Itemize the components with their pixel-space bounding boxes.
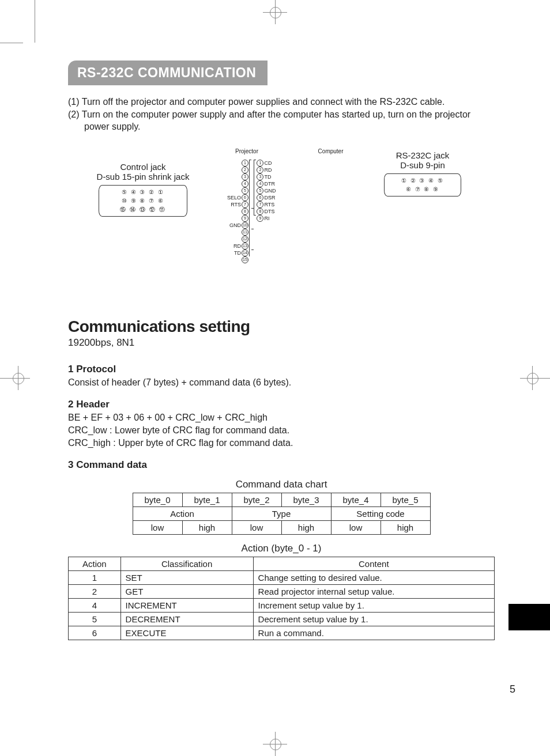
dsub15-connector-icon: ⑤ ④ ③ ② ①⑩ ⑨ ⑧ ⑦ ⑥⑮ ⑭ ⑬ ⑫ ⑪	[99, 185, 187, 217]
header-body: BE + EF + 03 + 06 + 00 + CRC_low + CRC_h…	[68, 411, 495, 449]
control-jack-label-2: D-sub 15-pin shrink jack	[91, 172, 195, 182]
command-data-heading: 3 Command data	[68, 459, 495, 471]
cmd-header-cell: byte_1	[182, 493, 232, 507]
projector-column-label: Projector	[224, 148, 270, 154]
control-jack-diagram: Control jack D-sub 15-pin shrink jack ⑤ …	[91, 162, 195, 217]
cmd-header-cell: byte_4	[331, 493, 381, 507]
registration-mark-icon	[269, 738, 281, 750]
cmd-lh-cell: low	[133, 521, 182, 535]
wiring-diagram: Projector Computer 11CD 22RD 33TD 44DTR …	[224, 150, 356, 264]
table-row: 2 GET Read projector internal setup valu…	[69, 585, 495, 599]
action-class-cell: DECREMENT	[120, 613, 253, 626]
rs232c-label-1: RS-232C jack	[374, 150, 472, 160]
header-body-line-2: CRC_low : Lower byte of CRC flag for com…	[68, 424, 495, 437]
crop-mark	[35, 0, 35, 43]
cmd-header-cell: byte_2	[232, 493, 281, 507]
action-content-cell: Increment setup value by 1.	[253, 599, 494, 613]
intro-line-2: (2) Turn on the computer power supply an…	[68, 108, 495, 133]
action-table-title: Action (byte_0 - 1)	[68, 543, 495, 554]
registration-mark-icon	[526, 372, 538, 384]
cmd-lh-cell: low	[331, 521, 381, 535]
crop-mark	[0, 43, 23, 43]
section-tab-marker	[508, 604, 550, 630]
control-jack-label-1: Control jack	[91, 162, 195, 172]
intro-text: (1) Turn off the projector and computer …	[68, 96, 495, 133]
connector-diagrams: Control jack D-sub 15-pin shrink jack ⑤ …	[68, 150, 495, 283]
table-row: 4 INCREMENT Increment setup value by 1.	[69, 599, 495, 613]
action-class-cell: GET	[120, 585, 253, 599]
rs232c-jack-diagram: RS-232C jack D-sub 9-pin ① ② ③ ④ ⑤⑥ ⑦ ⑧ …	[374, 150, 472, 196]
cmd-header-cell: byte_3	[281, 493, 331, 507]
action-code-cell: 4	[69, 599, 121, 613]
action-class-cell: EXECUTE	[120, 626, 253, 640]
page-content: RS-232C COMMUNICATION (1) Turn off the p…	[68, 61, 495, 640]
cmd-group-cell: Type	[232, 507, 331, 521]
rs232c-label-2: D-sub 9-pin	[374, 160, 472, 170]
protocol-heading: 1 Protocol	[68, 364, 495, 375]
action-content-cell: Change setting to desired value.	[253, 571, 494, 585]
page-number: 5	[510, 683, 515, 695]
table-row: 5 DECREMENT Decrement setup value by 1.	[69, 613, 495, 626]
cmd-group-cell: Setting code	[331, 507, 430, 521]
cmd-lh-cell: high	[381, 521, 430, 535]
cmd-header-cell: byte_0	[133, 493, 182, 507]
cmd-lh-cell: low	[232, 521, 281, 535]
action-code-cell: 2	[69, 585, 121, 599]
page: RS-232C COMMUNICATION (1) Turn off the p…	[0, 0, 550, 756]
cmd-header-cell: byte_5	[381, 493, 430, 507]
action-code-cell: 5	[69, 613, 121, 626]
action-class-cell: SET	[120, 571, 253, 585]
action-code-cell: 1	[69, 571, 121, 585]
registration-mark-icon	[12, 372, 24, 384]
header-heading: 2 Header	[68, 399, 495, 410]
header-body-line-1: BE + EF + 03 + 06 + 00 + CRC_low + CRC_h…	[68, 411, 495, 424]
table-row: 6 EXECUTE Run a command.	[69, 626, 495, 640]
command-data-chart-title: Command data chart	[68, 479, 495, 490]
page-title: RS-232C COMMUNICATION	[68, 61, 268, 85]
wiring-pin-table: 11CD 22RD 33TD 44DTR 55GND SELO66DSR RTS…	[224, 160, 356, 264]
action-head-cell: Action	[69, 557, 121, 571]
action-head-cell: Content	[253, 557, 494, 571]
protocol-body: Consist of header (7 bytes) + command da…	[68, 376, 495, 389]
action-table: Action Classification Content 1 SET Chan…	[68, 557, 495, 640]
registration-mark-icon	[269, 6, 281, 18]
action-content-cell: Run a command.	[253, 626, 494, 640]
command-data-chart-table: byte_0 byte_1 byte_2 byte_3 byte_4 byte_…	[133, 493, 431, 535]
cmd-lh-cell: high	[182, 521, 232, 535]
table-row: 1 SET Change setting to desired value.	[69, 571, 495, 585]
baud-settings: 19200bps, 8N1	[68, 337, 495, 349]
cmd-lh-cell: high	[281, 521, 331, 535]
computer-column-label: Computer	[308, 148, 354, 154]
communications-setting-heading: Communications setting	[68, 317, 495, 336]
action-head-cell: Classification	[120, 557, 253, 571]
action-content-cell: Decrement setup value by 1.	[253, 613, 494, 626]
action-code-cell: 6	[69, 626, 121, 640]
header-body-line-3: CRC_high : Upper byte of CRC flag for co…	[68, 437, 495, 449]
cmd-group-cell: Action	[133, 507, 232, 521]
action-class-cell: INCREMENT	[120, 599, 253, 613]
dsub9-connector-icon: ① ② ③ ④ ⑤⑥ ⑦ ⑧ ⑨	[384, 173, 461, 196]
action-content-cell: Read projector internal setup value.	[253, 585, 494, 599]
intro-line-1: (1) Turn off the projector and computer …	[68, 96, 495, 108]
